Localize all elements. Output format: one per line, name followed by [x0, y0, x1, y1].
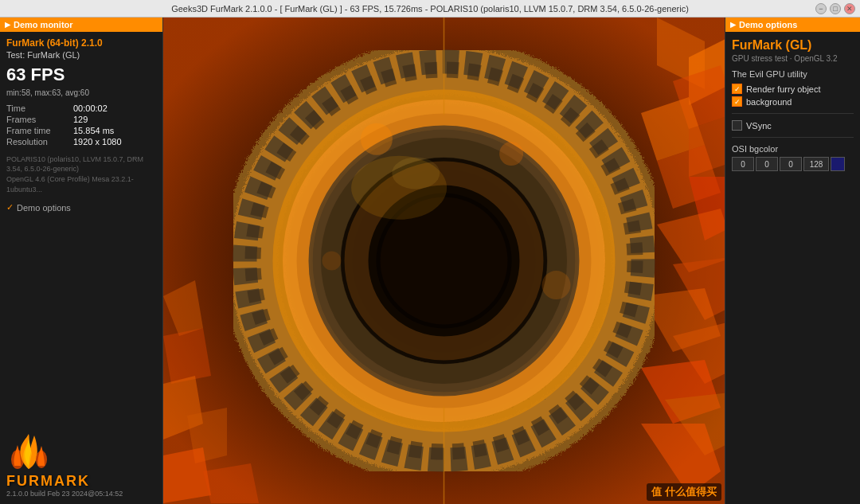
watermark: 值 什么值得买 — [647, 483, 721, 501]
svg-marker-22 — [163, 447, 211, 503]
background-checkbox[interactable]: ✓ — [732, 96, 742, 107]
flame-icon — [6, 428, 54, 471]
bgcolor-r-input[interactable] — [732, 157, 754, 171]
section-divider — [732, 113, 854, 114]
test-label: Test: FurMark (GL) — [6, 50, 156, 60]
render-background — [163, 18, 725, 504]
right-triangle-icon: ▶ — [730, 21, 736, 29]
title-bar-controls: − □ ✕ — [815, 3, 855, 14]
right-panel: ▶ Demo options FurMark (GL) GPU stress t… — [725, 18, 860, 504]
options-subtitle: GPU stress test · OpenGL 3.2 — [732, 54, 854, 63]
bgcolor-label: OSI bgcolor — [732, 144, 854, 154]
left-panel: ▶ Demo monitor FurMark (64-bit) 2.1.0 Te… — [0, 18, 163, 504]
frametime-stat: Frame time 15.854 ms — [6, 126, 156, 135]
left-panel-header: ▶ Demo monitor — [0, 18, 162, 32]
bgcolor-b-input[interactable] — [780, 157, 802, 171]
checkmark-icon: ✓ — [6, 202, 14, 213]
main-container: ▶ Demo monitor FurMark (64-bit) 2.1.0 Te… — [0, 18, 860, 504]
title-bar-text: Geeks3D FurMark 2.1.0.0 - [ FurMark (GL)… — [171, 4, 689, 14]
right-panel-content: FurMark (GL) GPU stress test · OpenGL 3.… — [725, 32, 860, 178]
furmark-logo: FURMARK 2.1.0.0 build Feb 23 2024@05:14:… — [0, 421, 162, 504]
svg-point-43 — [392, 158, 440, 189]
flame-graphic — [6, 428, 156, 471]
vsync-row[interactable]: VSync — [732, 120, 854, 131]
maximize-button[interactable]: □ — [830, 3, 841, 14]
vsync-label: VSync — [746, 121, 772, 131]
vsync-checkbox[interactable] — [732, 120, 742, 131]
right-panel-header: ▶ Demo options — [725, 18, 860, 32]
render-furry-row[interactable]: ✓ Render furry object — [732, 84, 854, 94]
render-furry-checkbox[interactable]: ✓ — [732, 84, 742, 94]
background-label: background — [746, 97, 792, 107]
svg-point-44 — [361, 123, 393, 155]
sys-info: POLARIS10 (polaris10, LLVM 15.0.7, DRM 3… — [6, 154, 156, 194]
frames-stat: Frames 129 — [6, 115, 156, 124]
logo-version: 2.1.0.0 build Feb 23 2024@05:14:52 — [6, 490, 156, 498]
bgcolor-g-input[interactable] — [756, 157, 778, 171]
background-row[interactable]: ✓ background — [732, 96, 854, 107]
left-panel-header-label: Demo monitor — [14, 20, 73, 29]
title-bar: Geeks3D FurMark 2.1.0.0 - [ FurMark (GL)… — [0, 0, 860, 18]
fps-range: min:58, max:63, avg:60 — [6, 88, 156, 97]
center-render-area: 值 什么值得买 — [163, 18, 725, 504]
resolution-stat: Resolution 1920 x 1080 — [6, 137, 156, 147]
section-divider-2 — [732, 137, 854, 138]
time-stat: Time 00:00:02 — [6, 104, 156, 113]
svg-marker-19 — [163, 328, 211, 384]
bgcolor-a-input[interactable] — [803, 157, 829, 171]
bgcolor-swatch[interactable] — [831, 157, 845, 171]
options-title: FurMark (GL) — [732, 38, 854, 53]
app-name: FurMark (64-bit) 2.1.0 — [6, 37, 156, 50]
close-button[interactable]: ✕ — [844, 3, 855, 14]
fps-display: 63 FPS — [6, 64, 156, 85]
left-panel-content: FurMark (64-bit) 2.1.0 Test: FurMark (GL… — [0, 32, 162, 421]
logo-text: FURMARK — [6, 473, 156, 490]
svg-point-45 — [499, 142, 523, 166]
triangle-icon: ▶ — [5, 21, 10, 29]
evil-gpu-label: The Evil GPU utility — [732, 69, 854, 79]
demo-options-link[interactable]: ✓ Demo options — [6, 202, 156, 213]
right-panel-header-label: Demo options — [739, 20, 797, 29]
minimize-button[interactable]: − — [815, 3, 827, 14]
svg-point-46 — [322, 252, 342, 271]
bgcolor-inputs — [732, 157, 854, 171]
render-furry-label: Render furry object — [746, 84, 821, 94]
svg-point-47 — [542, 271, 571, 299]
